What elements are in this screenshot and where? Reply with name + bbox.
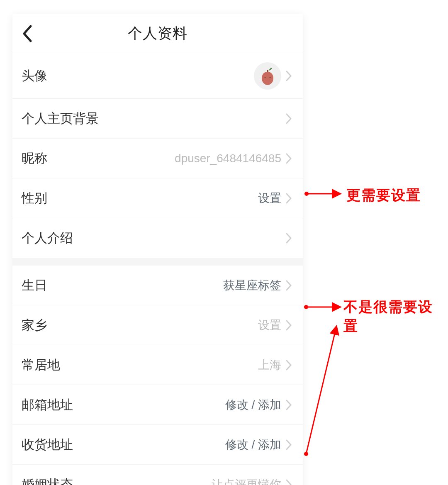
annotation-arrow-icon <box>0 0 448 485</box>
annotation-text: 不是很需要设置 <box>343 297 439 335</box>
svg-line-5 <box>306 327 336 454</box>
annotation-text: 更需要设置 <box>346 185 421 205</box>
